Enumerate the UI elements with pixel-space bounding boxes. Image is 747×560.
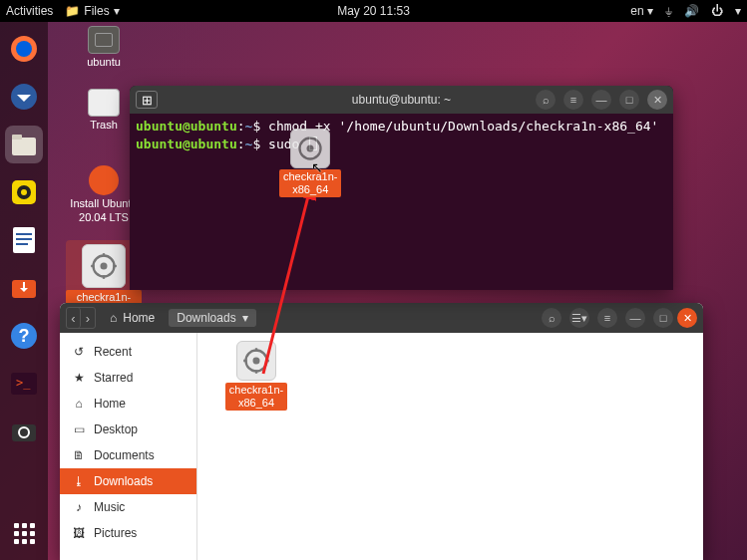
executable-icon xyxy=(82,244,126,288)
dock-screenshot[interactable] xyxy=(5,413,43,450)
svg-rect-4 xyxy=(12,135,22,140)
download-icon: ⭳ xyxy=(72,474,86,488)
dock-libreoffice[interactable] xyxy=(5,221,43,259)
sidebar-item-music[interactable]: ♪Music xyxy=(60,494,196,520)
apps-grid-icon xyxy=(14,523,35,544)
power-icon[interactable]: ⏻ xyxy=(711,4,723,18)
new-tab-button[interactable]: ⊞ xyxy=(136,91,158,109)
sidebar-item-home[interactable]: ⌂Home xyxy=(60,391,196,417)
svg-point-26 xyxy=(307,145,314,152)
home-icon: ⌂ xyxy=(72,397,86,411)
view-list-button[interactable]: ☰▾ xyxy=(569,308,589,328)
files-window: ‹ › ⌂ Home Downloads ▾ ⌕ ☰▾ ≡ — □ ✕ ↺Rec… xyxy=(60,303,703,560)
dock: ? >_ xyxy=(0,22,48,560)
files-titlebar[interactable]: ‹ › ⌂ Home Downloads ▾ ⌕ ☰▾ ≡ — □ ✕ xyxy=(60,303,703,333)
window-title: ubuntu@ubuntu: ~ xyxy=(352,93,451,107)
svg-text:>_: >_ xyxy=(16,376,31,390)
breadcrumb-label: Downloads xyxy=(177,311,235,325)
maximize-button[interactable]: □ xyxy=(653,308,673,328)
language-indicator[interactable]: en ▾ xyxy=(630,4,653,18)
search-button[interactable]: ⌕ xyxy=(542,308,561,328)
trash-icon xyxy=(88,89,120,117)
breadcrumb-home[interactable]: ⌂ Home xyxy=(102,309,163,327)
dock-terminal[interactable]: >_ xyxy=(5,365,43,403)
app-menu-label: Files xyxy=(84,4,109,18)
sidebar-item-label: Home xyxy=(94,397,126,411)
desktop-icon-label: ubuntu xyxy=(87,56,121,69)
music-icon: ♪ xyxy=(72,500,86,514)
star-icon: ★ xyxy=(72,371,86,385)
sidebar-item-label: Starred xyxy=(94,371,133,385)
close-button[interactable]: ✕ xyxy=(677,308,697,328)
desktop-ubuntu-folder[interactable]: ubuntu xyxy=(66,26,142,69)
breadcrumb-label: Home xyxy=(123,311,155,325)
breadcrumb-current[interactable]: Downloads ▾ xyxy=(169,309,255,327)
sidebar-item-label: Pictures xyxy=(94,526,137,540)
network-icon[interactable]: ⏚ xyxy=(665,4,672,18)
chevron-down-icon: ▾ xyxy=(114,4,120,18)
svg-point-7 xyxy=(21,189,27,195)
clock[interactable]: May 20 11:53 xyxy=(337,4,410,18)
chevron-down-icon: ▾ xyxy=(242,311,248,325)
desktop-icon-label: Trash xyxy=(90,119,118,132)
terminal-line: ubuntu@ubuntu:~$ chmod +x '/home/ubuntu/… xyxy=(136,118,667,136)
sidebar-item-starred[interactable]: ★Starred xyxy=(60,365,196,391)
files-sidebar: ↺Recent ★Starred ⌂Home ▭Desktop 🗎Documen… xyxy=(60,333,197,560)
svg-rect-3 xyxy=(12,138,36,155)
minimize-button[interactable]: — xyxy=(591,90,611,110)
dock-software[interactable] xyxy=(5,269,43,307)
back-button[interactable]: ‹ xyxy=(67,308,81,328)
desktop-icon: ▭ xyxy=(72,422,86,436)
app-menu[interactable]: 📁 Files ▾ xyxy=(65,4,119,18)
minimize-button[interactable]: — xyxy=(625,308,645,328)
sidebar-item-label: Documents xyxy=(94,448,155,462)
dock-firefox[interactable] xyxy=(5,30,43,68)
sidebar-item-label: Downloads xyxy=(94,474,153,488)
activities-button[interactable]: Activities xyxy=(6,4,53,18)
picture-icon: 🖼 xyxy=(72,526,86,540)
close-button[interactable]: ✕ xyxy=(647,90,667,110)
home-icon: ⌂ xyxy=(110,311,117,325)
executable-icon xyxy=(236,341,276,381)
terminal-body[interactable]: ubuntu@ubuntu:~$ chmod +x '/home/ubuntu/… xyxy=(130,114,673,156)
search-button[interactable]: ⌕ xyxy=(536,90,556,110)
document-icon: 🗎 xyxy=(72,448,86,462)
svg-rect-11 xyxy=(16,243,28,245)
svg-point-20 xyxy=(101,262,108,269)
svg-point-29 xyxy=(253,358,260,365)
forward-button[interactable]: › xyxy=(81,308,95,328)
sidebar-item-downloads[interactable]: ⭳Downloads xyxy=(60,468,196,494)
sidebar-item-label: Music xyxy=(94,500,125,514)
svg-rect-9 xyxy=(16,233,32,235)
mouse-cursor-icon: ↖ xyxy=(311,159,323,175)
maximize-button[interactable]: □ xyxy=(619,90,639,110)
sidebar-item-label: Desktop xyxy=(94,422,138,436)
sidebar-item-pictures[interactable]: 🖼Pictures xyxy=(60,520,196,546)
volume-icon[interactable]: 🔊 xyxy=(684,4,699,18)
sidebar-item-label: Recent xyxy=(94,345,132,359)
file-checkra1n[interactable]: checkra1n-x86_64 xyxy=(221,341,291,411)
files-content[interactable]: checkra1n-x86_64 xyxy=(197,333,703,560)
svg-rect-10 xyxy=(16,238,32,240)
folder-icon: 📁 xyxy=(65,4,80,18)
chevron-down-icon[interactable]: ▾ xyxy=(735,4,741,18)
sidebar-item-documents[interactable]: 🗎Documents xyxy=(60,442,196,468)
home-folder-icon xyxy=(88,26,120,54)
terminal-line: ubuntu@ubuntu:~$ sudo xyxy=(136,136,667,153)
hamburger-menu[interactable]: ≡ xyxy=(563,90,583,110)
installer-icon xyxy=(89,165,119,195)
dock-thunderbird[interactable] xyxy=(5,78,43,116)
sidebar-item-recent[interactable]: ↺Recent xyxy=(60,339,196,365)
dock-files[interactable] xyxy=(5,126,43,163)
svg-point-1 xyxy=(16,41,32,57)
hamburger-menu[interactable]: ≡ xyxy=(597,308,617,328)
svg-text:?: ? xyxy=(19,326,30,346)
dock-apps[interactable] xyxy=(5,514,43,552)
dock-help[interactable]: ? xyxy=(5,317,43,355)
file-label: checkra1n-x86_64 xyxy=(225,383,287,411)
clock-icon: ↺ xyxy=(72,345,86,359)
terminal-titlebar[interactable]: ⊞ ubuntu@ubuntu: ~ ⌕ ≡ — □ ✕ xyxy=(130,86,673,114)
dock-rhythmbox[interactable] xyxy=(5,173,43,211)
top-panel: Activities 📁 Files ▾ May 20 11:53 en ▾ ⏚… xyxy=(0,0,747,22)
sidebar-item-desktop[interactable]: ▭Desktop xyxy=(60,417,196,442)
